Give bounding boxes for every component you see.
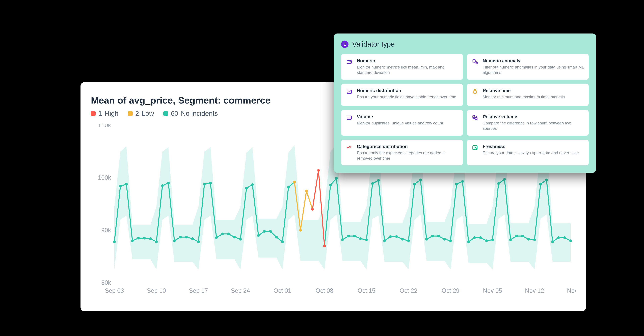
numeric-icon — [346, 58, 352, 65]
validator-tile-name: Numeric distribution — [357, 88, 456, 93]
validator-tile-freshness[interactable]: FreshnessEnsure your data is always up-t… — [467, 140, 589, 166]
step-badge: 1 — [341, 40, 348, 48]
svg-point-28 — [257, 234, 260, 237]
svg-point-48 — [401, 238, 404, 241]
svg-point-44 — [377, 179, 380, 182]
spark-icon — [346, 144, 352, 151]
validator-panel-header: 1 Validator type — [341, 40, 589, 48]
distribution-icon — [346, 88, 352, 95]
validator-panel-title: Validator type — [352, 40, 395, 48]
validator-tile-categorical-dist[interactable]: Categorical distributionEnsure only the … — [341, 140, 463, 166]
validator-tile-desc: Compare the difference in row count betw… — [483, 120, 584, 131]
svg-point-19 — [203, 183, 206, 185]
validator-tile-name: Relative time — [483, 88, 565, 93]
svg-point-70 — [533, 238, 536, 241]
svg-point-33 — [287, 186, 290, 189]
svg-text:90k: 90k — [101, 227, 111, 234]
svg-point-53 — [431, 235, 434, 237]
compare-icon — [472, 114, 478, 121]
svg-point-21 — [215, 236, 218, 239]
svg-point-26 — [245, 187, 248, 190]
svg-point-47 — [395, 235, 398, 238]
svg-point-64 — [497, 182, 500, 185]
validator-tile-name: Numeric — [357, 58, 458, 63]
svg-point-66 — [509, 238, 512, 241]
svg-point-12 — [161, 184, 164, 187]
svg-point-15 — [179, 236, 182, 238]
svg-text:Nov 19: Nov 19 — [567, 287, 576, 294]
legend-label-ok: No incidents — [181, 110, 218, 117]
validator-tile-name: Freshness — [483, 144, 579, 149]
svg-point-5 — [119, 185, 122, 187]
svg-point-68 — [521, 235, 524, 237]
svg-point-61 — [479, 236, 482, 239]
validator-tile-relative-time[interactable]: Relative timeMonitor minimum and maximum… — [467, 84, 589, 106]
svg-point-45 — [383, 239, 386, 242]
svg-point-24 — [233, 236, 236, 238]
validator-tile-volume[interactable]: VolumeMonitor duplicates, unique values … — [341, 110, 463, 136]
svg-text:Sep 03: Sep 03 — [105, 287, 124, 294]
svg-point-8 — [137, 237, 140, 240]
svg-point-18 — [197, 241, 200, 243]
svg-point-72 — [545, 178, 548, 181]
validator-tile-name: Volume — [357, 114, 443, 119]
svg-text:Nov 12: Nov 12 — [525, 287, 544, 294]
svg-point-57 — [455, 183, 458, 185]
svg-point-11 — [155, 241, 158, 243]
svg-point-54 — [437, 235, 440, 237]
svg-point-22 — [221, 233, 224, 235]
svg-point-83 — [323, 245, 326, 247]
validator-tile-desc: Monitor duplicates, unique values and ro… — [357, 120, 443, 126]
validator-tile-numeric-distribution[interactable]: Numeric distributionEnsure your numeric … — [341, 84, 463, 106]
svg-point-51 — [419, 178, 422, 181]
svg-point-67 — [515, 235, 518, 237]
legend-count-low: 2 — [135, 110, 139, 117]
svg-text:100k: 100k — [98, 174, 111, 181]
svg-point-77 — [293, 180, 296, 183]
validator-tile-numeric[interactable]: NumericMonitor numeric metrics like mean… — [341, 54, 463, 80]
calendar-icon — [472, 144, 478, 151]
legend-count-ok: 60 — [171, 110, 178, 117]
svg-point-39 — [347, 235, 350, 237]
svg-point-13 — [167, 182, 170, 184]
svg-point-30 — [269, 230, 272, 233]
svg-text:Nov 05: Nov 05 — [483, 287, 502, 294]
validator-tile-relative-volume[interactable]: Relative volumeCompare the difference in… — [467, 110, 589, 136]
svg-point-59 — [467, 241, 470, 243]
svg-point-55 — [443, 238, 446, 241]
svg-point-9 — [143, 237, 146, 240]
svg-text:Oct 22: Oct 22 — [400, 287, 418, 294]
legend-swatch-ok — [163, 111, 168, 116]
legend-item-high[interactable]: 1 High — [91, 110, 118, 117]
validator-tile-name: Numeric anomaly — [483, 58, 584, 63]
legend-item-low[interactable]: 2 Low — [128, 110, 154, 117]
legend-swatch-high — [91, 111, 96, 116]
svg-point-7 — [131, 239, 134, 242]
validator-tile-name: Relative volume — [483, 114, 584, 119]
svg-point-4 — [113, 241, 116, 243]
svg-point-41 — [359, 237, 362, 240]
svg-point-58 — [461, 180, 464, 183]
svg-text:Oct 01: Oct 01 — [274, 287, 291, 294]
svg-text:Sep 24: Sep 24 — [231, 287, 250, 294]
stopwatch-icon — [472, 88, 478, 95]
validator-tile-desc: Ensure your data is always up-to-date an… — [483, 150, 579, 156]
svg-point-6 — [125, 183, 128, 185]
svg-point-78 — [299, 229, 302, 232]
svg-point-46 — [389, 235, 392, 238]
svg-point-69 — [527, 238, 530, 241]
svg-point-29 — [263, 230, 266, 233]
legend-item-ok[interactable]: 60 No incidents — [163, 110, 218, 117]
validator-tile-desc: Monitor numeric metrics like mean, min, … — [357, 64, 458, 75]
svg-point-63 — [491, 238, 494, 241]
svg-point-31 — [275, 236, 278, 238]
svg-point-32 — [281, 241, 284, 243]
legend-label-low: Low — [142, 110, 154, 117]
svg-point-16 — [185, 236, 188, 238]
svg-point-43 — [371, 182, 374, 185]
svg-point-50 — [413, 183, 416, 185]
validator-tile-numeric-anomaly[interactable]: Numeric anomalyFilter out numeric anomal… — [467, 54, 589, 80]
svg-point-56 — [449, 239, 452, 242]
anomaly-icon — [472, 58, 478, 65]
svg-point-49 — [407, 239, 410, 242]
